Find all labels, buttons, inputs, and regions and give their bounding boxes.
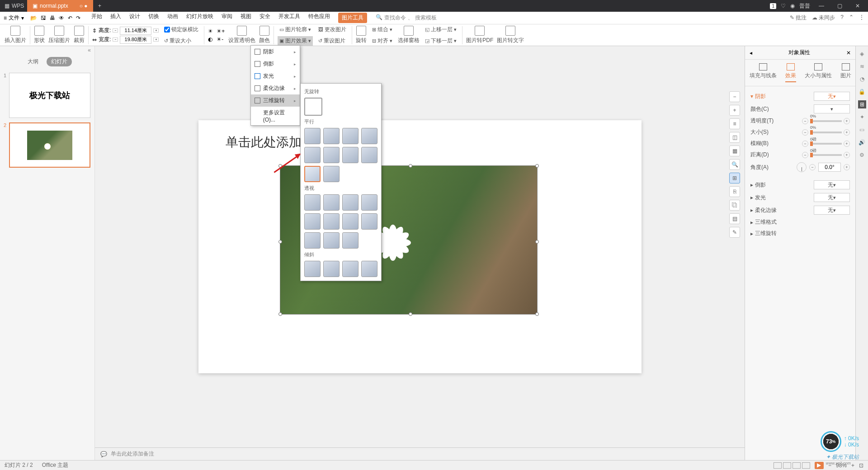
crop-tool-icon[interactable]: ◫ <box>729 132 740 143</box>
menu-slideshow[interactable]: 幻灯片放映 <box>186 13 213 23</box>
preset-persp-10[interactable] <box>323 232 340 249</box>
prop-close[interactable]: ✕ <box>846 50 851 56</box>
notification-badge[interactable]: 1 <box>770 3 776 9</box>
angle-dial[interactable] <box>797 162 807 172</box>
copy-icon[interactable]: ⎘ <box>729 186 740 197</box>
side-properties-icon[interactable]: ⊞ <box>858 100 866 108</box>
prop-tab-effect[interactable]: 效果 <box>785 63 796 82</box>
lock-ratio-checkbox[interactable]: 锁定纵横比 <box>162 25 200 34</box>
sync-button[interactable]: ☁ 未同步 <box>812 14 835 22</box>
trans-slider[interactable]: 0% <box>810 120 842 122</box>
view-notes[interactable] <box>802 462 810 469</box>
preset-parallel-7[interactable] <box>342 147 359 163</box>
search-area[interactable]: 🔍 查找命令 、 搜索模板 <box>376 14 437 22</box>
preset-parallel-1[interactable] <box>304 128 321 144</box>
pic-text-group[interactable]: 图片转文字 <box>497 26 524 44</box>
effect-more[interactable]: 更多设置(O)... <box>251 107 300 125</box>
trans-dec[interactable]: − <box>802 118 808 124</box>
select-pane-group[interactable]: 选择窗格 <box>398 26 420 44</box>
outline-button[interactable]: ▭ 图片轮廓 ▾ <box>278 25 313 34</box>
zoom-in-icon[interactable]: + <box>729 105 740 116</box>
brightness-icon[interactable]: ☀ <box>208 28 213 34</box>
section-glow[interactable]: ▸ 发光无 ▾ <box>750 191 850 204</box>
softedge-select[interactable]: 无 ▾ <box>814 206 850 215</box>
menu-animation[interactable]: 动画 <box>167 13 178 23</box>
file-menu[interactable]: ≡ 文件 ▾ <box>4 14 24 22</box>
performance-widget[interactable]: 73% ↑ 0K/s↓ 0K/s <box>821 431 859 452</box>
side-lock-icon[interactable]: 🔒 <box>858 88 866 96</box>
trans-inc[interactable]: + <box>844 118 850 124</box>
save-icon[interactable]: 🖫 <box>41 15 46 21</box>
magnify-icon[interactable]: 🔍 <box>729 159 740 170</box>
close-button[interactable]: ✕ <box>851 3 864 9</box>
rotate-group[interactable]: 旋转 <box>356 26 367 44</box>
play-button[interactable]: ▶ <box>815 462 824 469</box>
menu-transition[interactable]: 切换 <box>148 13 159 23</box>
new-tab-button[interactable]: + <box>93 3 107 9</box>
preset-parallel-9[interactable] <box>304 166 321 182</box>
preset-parallel-6[interactable] <box>323 147 340 163</box>
angle-dec[interactable]: − <box>809 164 816 170</box>
menu-special[interactable]: 特色应用 <box>308 13 330 23</box>
down-layer-button[interactable]: ◲ 下移一层 ▾ <box>423 36 458 46</box>
preset-parallel-8[interactable] <box>361 147 377 163</box>
prop-back[interactable]: ◂ <box>750 50 752 56</box>
print-icon[interactable]: 🖶 <box>50 15 55 21</box>
effect-softedge[interactable]: 柔化边缘▸ <box>251 82 300 94</box>
dist-inc[interactable]: + <box>844 152 850 158</box>
pic-pdf-group[interactable]: 图片转PDF <box>466 26 493 44</box>
effect-reflection[interactable]: 倒影▸ <box>251 58 300 70</box>
grid-icon[interactable]: ▦ <box>729 146 740 156</box>
preset-obl-1[interactable] <box>304 261 321 277</box>
bright-inc-icon[interactable]: ☀+ <box>217 28 225 34</box>
cloud-icon[interactable]: ♡ <box>781 3 786 9</box>
prop-tab-size[interactable]: 大小与属性 <box>805 63 832 82</box>
minimize-button[interactable]: — <box>815 3 828 9</box>
view-normal[interactable] <box>774 462 782 469</box>
contrast-icon[interactable]: ◐ <box>208 36 213 42</box>
side-settings-icon[interactable]: ⚙ <box>858 151 866 159</box>
reset-size-button[interactable]: ↺ 重设大小 <box>162 36 200 46</box>
side-animation-icon[interactable]: ✦ <box>858 113 866 121</box>
reflection-select[interactable]: 无 ▾ <box>814 180 850 189</box>
menu-insert[interactable]: 插入 <box>110 13 121 23</box>
size-slider[interactable]: 0% <box>810 132 842 133</box>
handle-bc[interactable] <box>409 312 412 316</box>
preset-obl-4[interactable] <box>361 261 377 277</box>
preset-parallel-3[interactable] <box>342 128 359 144</box>
change-pic-button[interactable]: 🖼 更改图片 <box>316 25 348 34</box>
fit-icon[interactable]: ⊡ <box>859 462 863 469</box>
preset-parallel-4[interactable] <box>361 128 377 144</box>
insert-picture-group[interactable]: 插入图片 <box>5 26 26 44</box>
document-tab[interactable]: ▣ normal.pptx ○ ● <box>27 0 93 12</box>
menu-review[interactable]: 审阅 <box>222 13 232 23</box>
menu-start[interactable]: 开始 <box>91 13 102 23</box>
avatar-icon[interactable]: ◉ <box>790 3 795 9</box>
preset-parallel-5[interactable] <box>304 147 321 163</box>
transparency-group[interactable]: 设置透明色 <box>228 26 255 44</box>
panel-collapse[interactable]: « <box>0 46 94 54</box>
width-input[interactable] <box>120 36 151 44</box>
size-inc[interactable]: + <box>844 129 850 136</box>
dist-slider[interactable]: 0磅 <box>810 154 842 156</box>
preset-obl-2[interactable] <box>323 261 340 277</box>
height-dec[interactable]: − <box>113 28 118 33</box>
preset-persp-4[interactable] <box>361 194 377 211</box>
group-button[interactable]: ⊞ 组合 ▾ <box>370 25 394 34</box>
handle-mr[interactable] <box>535 240 539 244</box>
side-layers-icon[interactable]: ≋ <box>858 62 866 70</box>
prop-tab-pic[interactable]: 图片 <box>840 63 851 82</box>
glow-select[interactable]: 无 ▾ <box>814 193 850 202</box>
compress-group[interactable]: 压缩图片 <box>48 26 70 44</box>
dist-dec[interactable]: − <box>802 152 808 158</box>
handle-tc[interactable] <box>409 164 412 168</box>
menu-devtools[interactable]: 开发工具 <box>278 13 300 23</box>
collapse-icon[interactable]: ⌃ <box>849 14 854 22</box>
menu-picture-tools[interactable]: 图片工具 <box>338 13 367 23</box>
preset-persp-6[interactable] <box>323 213 340 230</box>
handle-ml[interactable] <box>278 240 282 244</box>
section-3dformat[interactable]: ▸ 三维格式 <box>750 216 850 228</box>
thumb-1[interactable]: 1 极光下载站 <box>4 73 91 118</box>
effect-3drotation[interactable]: 三维旋转▸ <box>251 94 300 107</box>
more-icon[interactable]: ⋮ <box>859 14 864 22</box>
